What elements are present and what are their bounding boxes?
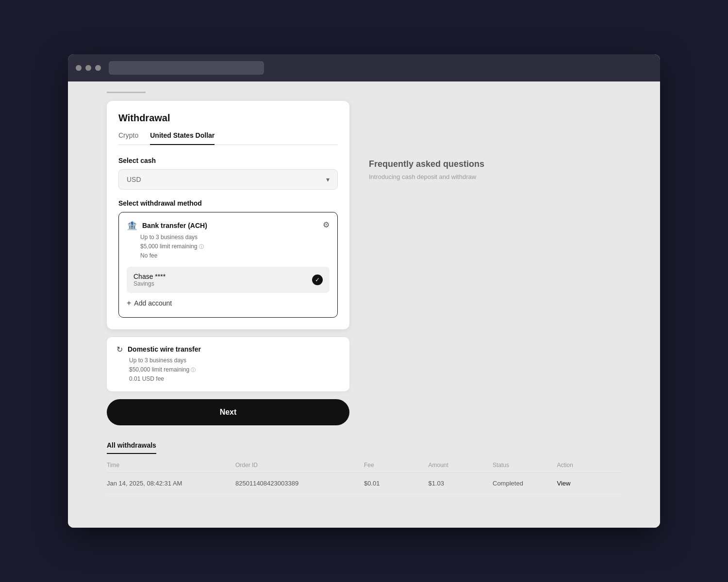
traffic-light-1 (76, 65, 82, 71)
col-order-id: Order ID (235, 462, 364, 469)
col-amount: Amount (429, 462, 493, 469)
refresh-icon: ↻ (116, 345, 123, 354)
info-icon: ⓘ (199, 244, 204, 249)
row-time: Jan 14, 2025, 08:42:31 AM (107, 480, 235, 487)
select-method-label: Select withdrawal method (118, 199, 338, 207)
row-amount: $1.03 (429, 480, 493, 487)
add-account-button[interactable]: + Add account (127, 297, 330, 309)
wire-info-icon: ⓘ (191, 367, 196, 372)
top-bar (68, 81, 660, 101)
withdrawal-title: Withdrawal (118, 113, 338, 124)
wire-detail-line3: 0.01 USD fee (129, 374, 340, 384)
main-layout: Withdrawal Crypto United States Dollar S… (68, 101, 660, 441)
chase-account-row[interactable]: Chase **** Savings ✓ (127, 267, 330, 293)
traffic-light-2 (85, 65, 91, 71)
add-account-label: Add account (134, 299, 172, 307)
plus-icon: + (127, 299, 131, 307)
table-row: Jan 14, 2025, 08:42:31 AM 82501140842300… (107, 473, 621, 494)
wire-transfer-header: ↻ Domestic wire transfer (116, 345, 340, 354)
bank-detail-line3: No fee (140, 251, 330, 260)
gear-icon[interactable]: ⚙ (323, 220, 330, 229)
bank-detail-line2: $5,000 limit remaining ⓘ (140, 242, 330, 251)
tab-crypto[interactable]: Crypto (118, 131, 138, 145)
table-header: Time Order ID Fee Amount Status Action (107, 462, 621, 473)
bank-detail-line1: Up to 3 business days (140, 233, 330, 242)
select-cash-label: Select cash (118, 157, 338, 164)
bank-transfer-name: Bank transfer (ACH) (142, 222, 207, 229)
bank-transfer-header: 🏦 Bank transfer (ACH) ⚙ (127, 220, 330, 231)
wire-transfer-details: Up to 3 business days $50,000 limit rema… (116, 356, 340, 384)
col-status: Status (493, 462, 557, 469)
withdrawals-section: All withdrawals Time Order ID Fee Amount… (68, 441, 660, 494)
browser-window: Withdrawal Crypto United States Dollar S… (68, 54, 660, 528)
wire-detail-line1: Up to 3 business days (129, 356, 340, 365)
row-fee: $0.01 (364, 480, 429, 487)
bank-transfer-card[interactable]: 🏦 Bank transfer (ACH) ⚙ Up to 3 business… (118, 212, 338, 318)
bank-transfer-details: Up to 3 business days $5,000 limit remai… (127, 233, 330, 261)
col-fee: Fee (364, 462, 429, 469)
tabs-container: Crypto United States Dollar (118, 131, 338, 145)
traffic-light-3 (95, 65, 101, 71)
currency-dropdown[interactable]: USD ▾ (118, 169, 338, 190)
bank-icon: 🏦 (127, 220, 137, 231)
wire-transfer-name: Domestic wire transfer (128, 345, 201, 353)
wire-detail-line2: $50,000 limit remaining ⓘ (129, 365, 340, 374)
account-info: Chase **** Savings (133, 273, 165, 287)
chevron-down-icon: ▾ (326, 176, 330, 183)
row-order-id: 825011408423003389 (235, 480, 364, 487)
tab-usd[interactable]: United States Dollar (150, 131, 215, 145)
wire-transfer-card[interactable]: ↻ Domestic wire transfer Up to 3 busines… (107, 337, 349, 392)
row-action-view[interactable]: View (557, 480, 622, 487)
browser-content: Withdrawal Crypto United States Dollar S… (68, 81, 660, 528)
right-panel: Frequently asked questions Introducing c… (369, 101, 621, 441)
row-status: Completed (493, 480, 557, 487)
faq-subtitle: Introducing cash deposit and withdraw (369, 173, 621, 180)
top-divider (107, 92, 146, 93)
left-panel: Withdrawal Crypto United States Dollar S… (107, 101, 349, 441)
next-button[interactable]: Next (107, 399, 349, 425)
account-type: Savings (133, 280, 165, 287)
currency-value: USD (127, 176, 141, 183)
col-action: Action (557, 462, 622, 469)
browser-titlebar (68, 54, 660, 81)
address-bar[interactable] (109, 61, 264, 75)
check-circle-icon: ✓ (312, 275, 323, 285)
withdrawal-card: Withdrawal Crypto United States Dollar S… (107, 101, 349, 329)
all-withdrawals-tab[interactable]: All withdrawals (107, 441, 156, 454)
faq-title: Frequently asked questions (369, 159, 621, 169)
bank-transfer-title-row: 🏦 Bank transfer (ACH) (127, 220, 207, 231)
account-name: Chase **** (133, 273, 165, 280)
col-time: Time (107, 462, 235, 469)
